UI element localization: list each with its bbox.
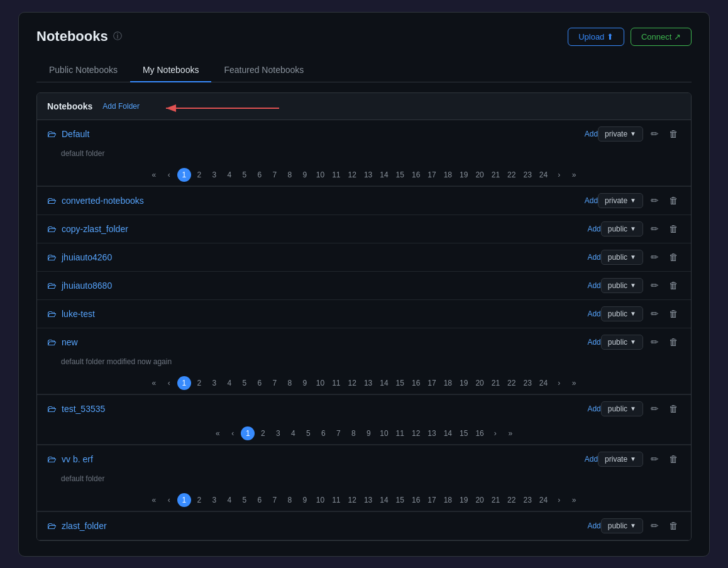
page-22-default[interactable]: 22 [504,169,519,181]
page-5-default[interactable]: 5 [238,169,251,181]
visibility-dropdown-copy-zlast[interactable]: public ▼ [601,221,643,237]
page-11-default[interactable]: 11 [329,169,343,181]
edit-button-luke-test[interactable]: ✏ [648,307,661,321]
visibility-dropdown-jhuiauto8680[interactable]: public ▼ [601,278,643,293]
add-link-luke-test[interactable]: Add [587,309,600,318]
page-prev-new[interactable]: ‹ [162,377,176,389]
visibility-dropdown-default[interactable]: private ▼ [598,126,643,142]
page-15-default[interactable]: 15 [393,169,407,181]
delete-button-new[interactable]: 🗑 [666,335,681,348]
page-8-new[interactable]: 8 [283,377,297,389]
page-12-test53535[interactable]: 12 [409,428,423,439]
delete-button-converted[interactable]: 🗑 [666,194,681,207]
page-7-new[interactable]: 7 [268,377,282,389]
delete-button-default[interactable]: 🗑 [666,127,681,140]
page-16-default[interactable]: 16 [409,169,423,181]
page-15-test53535[interactable]: 15 [456,428,471,439]
page-12-default[interactable]: 12 [345,169,360,181]
page-9-new[interactable]: 9 [298,377,312,389]
page-12-new[interactable]: 12 [345,377,360,389]
page-4-default[interactable]: 4 [223,169,236,181]
visibility-dropdown-new[interactable]: public ▼ [601,335,643,350]
page-6-test53535[interactable]: 6 [316,428,330,439]
page-next-test53535[interactable]: › [488,428,502,439]
visibility-dropdown-jhuiauto4260[interactable]: public ▼ [601,250,643,265]
page-16-test53535[interactable]: 16 [472,428,487,439]
edit-button-test53535[interactable]: ✏ [648,402,661,416]
edit-button-new[interactable]: ✏ [648,335,661,349]
add-link-copy-zlast[interactable]: Add [587,225,600,233]
page-13-default[interactable]: 13 [361,169,375,181]
page-5-test53535[interactable]: 5 [301,428,315,439]
page-1-default[interactable]: 1 [177,168,191,182]
page-10-default[interactable]: 10 [313,169,328,181]
page-17-new[interactable]: 17 [424,377,439,389]
page-14-test53535[interactable]: 14 [441,428,455,439]
connect-button[interactable]: Connect ↗ [631,28,692,46]
page-13-test53535[interactable]: 13 [424,428,439,439]
visibility-dropdown-luke-test[interactable]: public ▼ [601,306,643,321]
page-6-new[interactable]: 6 [253,377,267,389]
page-1-vvberf[interactable]: 1 [177,493,191,507]
page-first-new[interactable]: « [147,377,161,389]
add-link-zlast[interactable]: Add [587,521,600,530]
visibility-dropdown-vvberf[interactable]: private ▼ [598,452,643,467]
page-11-test53535[interactable]: 11 [393,428,407,439]
page-24-default[interactable]: 24 [536,169,551,181]
delete-button-jhuiauto8680[interactable]: 🗑 [666,279,681,292]
page-next-default[interactable]: › [552,169,566,181]
page-5-new[interactable]: 5 [238,377,251,389]
add-link-jhuiauto8680[interactable]: Add [587,281,600,290]
page-6-default[interactable]: 6 [253,169,267,181]
page-19-new[interactable]: 19 [456,377,471,389]
page-prev-test53535[interactable]: ‹ [226,428,240,439]
page-last-new[interactable]: » [567,377,581,389]
page-24-new[interactable]: 24 [536,377,551,389]
page-11-new[interactable]: 11 [329,377,343,389]
edit-button-vvberf[interactable]: ✏ [648,452,661,466]
page-next-new[interactable]: › [552,377,566,389]
tab-public-notebooks[interactable]: Public Notebooks [36,58,130,82]
edit-button-copy-zlast[interactable]: ✏ [648,222,661,236]
page-21-new[interactable]: 21 [488,377,503,389]
page-4-test53535[interactable]: 4 [286,428,300,439]
page-19-default[interactable]: 19 [456,169,471,181]
add-link-new[interactable]: Add [587,338,600,347]
page-prev-vvberf[interactable]: ‹ [162,494,176,506]
add-link-jhuiauto4260[interactable]: Add [587,253,600,262]
page-20-default[interactable]: 20 [472,169,487,181]
page-first-vvberf[interactable]: « [147,494,161,506]
page-18-new[interactable]: 18 [441,377,455,389]
page-10-test53535[interactable]: 10 [377,428,391,439]
page-21-default[interactable]: 21 [488,169,503,181]
page-3-test53535[interactable]: 3 [271,428,285,439]
add-link-default[interactable]: Add [585,130,598,138]
page-7-test53535[interactable]: 7 [331,428,345,439]
visibility-dropdown-converted[interactable]: private ▼ [598,193,643,208]
edit-button-converted[interactable]: ✏ [648,194,661,208]
page-15-new[interactable]: 15 [393,377,407,389]
edit-button-jhuiauto4260[interactable]: ✏ [648,250,661,264]
tab-my-notebooks[interactable]: My Notebooks [130,58,211,82]
add-link-vvberf[interactable]: Add [585,455,598,464]
page-18-default[interactable]: 18 [441,169,455,181]
page-last-test53535[interactable]: » [504,428,517,439]
page-1-test53535[interactable]: 1 [241,426,255,440]
upload-button[interactable]: Upload ⬆ [568,28,624,46]
delete-button-vvberf[interactable]: 🗑 [666,452,681,465]
page-16-new[interactable]: 16 [409,377,423,389]
page-13-new[interactable]: 13 [361,377,375,389]
page-2-test53535[interactable]: 2 [256,428,270,439]
page-7-default[interactable]: 7 [268,169,282,181]
add-folder-button[interactable]: Add Folder [99,101,143,112]
delete-button-luke-test[interactable]: 🗑 [666,307,681,320]
page-3-default[interactable]: 3 [207,169,221,181]
add-link-test53535[interactable]: Add [587,404,600,413]
delete-button-copy-zlast[interactable]: 🗑 [666,222,681,235]
page-17-default[interactable]: 17 [424,169,439,181]
page-20-new[interactable]: 20 [472,377,487,389]
page-first-test53535[interactable]: « [211,428,224,439]
tab-featured-notebooks[interactable]: Featured Notebooks [211,58,316,82]
page-2-default[interactable]: 2 [192,169,206,181]
page-next-vvberf[interactable]: › [552,494,566,506]
